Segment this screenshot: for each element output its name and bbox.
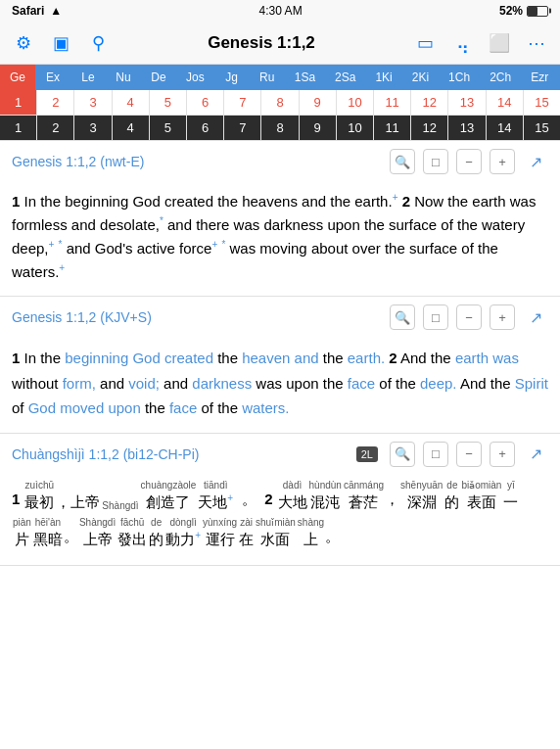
chapter-5-dark[interactable]: 5: [150, 116, 187, 140]
carrier-text: Safari: [12, 4, 44, 18]
cn-v2-w5: de 的: [444, 479, 459, 512]
chapter-1-red[interactable]: 1: [0, 90, 37, 115]
chapter-15-red[interactable]: 15: [524, 90, 560, 115]
tab-jg[interactable]: Jg: [214, 65, 250, 90]
kjv-v2-hl4: darkness: [192, 375, 252, 392]
tab-1ch[interactable]: 1Ch: [439, 65, 480, 90]
layers-icon[interactable]: ⬜: [488, 31, 511, 55]
chapter-6-dark[interactable]: 6: [187, 116, 224, 140]
tab-2sa[interactable]: 2Sa: [325, 65, 365, 90]
cn-v2-w4: shēnyuān 深淵: [400, 479, 443, 512]
cn-v2-w2: hùndùn 混沌: [309, 479, 342, 512]
more-icon[interactable]: ⋯: [525, 31, 548, 55]
chapter-8-dark[interactable]: 8: [261, 116, 299, 140]
cn-v1-comma: ，上帝: [56, 492, 100, 512]
cn-v2-w7: yī 一: [503, 479, 518, 512]
cn-v1-w3: chuàngzàole 創造了: [141, 479, 197, 512]
nwt-v2-sup6: +: [59, 262, 65, 273]
tab-1ki[interactable]: 1Ki: [365, 65, 401, 90]
chapter-2-dark[interactable]: 2: [37, 116, 74, 140]
search-icon[interactable]: ⚲: [86, 31, 110, 55]
nwt-minus-icon[interactable]: −: [456, 149, 482, 174]
cn-comment-icon[interactable]: □: [423, 442, 448, 467]
tab-ex[interactable]: Ex: [35, 65, 70, 90]
nwt-v2-sup2: +: [49, 239, 55, 250]
kjv-v1-num: 1: [12, 350, 20, 366]
chapter-5-red[interactable]: 5: [150, 90, 187, 115]
cn-v2-w3: cānmáng 蒼茫: [344, 479, 384, 512]
cn-search-icon[interactable]: 🔍: [390, 442, 415, 467]
kjv-comment-icon[interactable]: □: [423, 304, 448, 330]
settings-icon[interactable]: ⚙: [12, 31, 35, 55]
chapter-15-dark[interactable]: 15: [524, 116, 560, 140]
tab-ezr[interactable]: Ezr: [521, 65, 558, 90]
chapter-10-red[interactable]: 10: [337, 90, 374, 115]
chapter-4-dark[interactable]: 4: [113, 116, 150, 140]
chapter-7-red[interactable]: 7: [224, 90, 261, 115]
tab-2ch[interactable]: 2Ch: [480, 65, 521, 90]
bookmark-icon[interactable]: ⢤: [450, 31, 474, 55]
chapter-row-red: 1 2 3 4 5 6 7 8 9 10 11 12 13 14 15: [0, 90, 560, 116]
cn-v2b-sep: 。: [64, 523, 78, 549]
display-icon[interactable]: ▭: [413, 31, 437, 55]
chapter-13-dark[interactable]: 13: [448, 116, 486, 140]
kjv-v2-hl3: void;: [128, 375, 160, 392]
kjv-plus-icon[interactable]: +: [490, 304, 515, 330]
chapter-2-red[interactable]: 2: [37, 90, 74, 115]
cn-minus-icon[interactable]: −: [456, 442, 482, 467]
chapter-6-red[interactable]: 6: [187, 90, 224, 115]
chapter-13-red[interactable]: 13: [448, 90, 486, 115]
chapter-11-dark[interactable]: 11: [374, 116, 411, 140]
nav-left-icons: ⚙ ▣ ⚲: [12, 31, 110, 55]
tab-ru[interactable]: Ru: [250, 65, 285, 90]
tab-nu[interactable]: Nu: [106, 65, 141, 90]
kjv-v2-hl6: deep.: [420, 375, 457, 392]
chapter-9-dark[interactable]: 9: [300, 116, 337, 140]
cn-v2b-w5: de 的: [149, 516, 163, 549]
nwt-comment-icon[interactable]: □: [423, 149, 448, 174]
nwt-v1-num: 1: [12, 193, 20, 210]
chapter-9-red[interactable]: 9: [300, 90, 337, 115]
chapter-7-dark[interactable]: 7: [224, 116, 261, 140]
chapter-10-dark[interactable]: 10: [337, 116, 374, 140]
kjv-search-icon[interactable]: 🔍: [390, 304, 415, 330]
chapter-12-dark[interactable]: 12: [411, 116, 448, 140]
kjv-v2-hl1: earth was: [455, 350, 519, 366]
kjv-expand-icon[interactable]: ↗: [523, 304, 548, 330]
tab-le[interactable]: Le: [70, 65, 106, 90]
tab-2ki[interactable]: 2Ki: [402, 65, 439, 90]
chapter-3-dark[interactable]: 3: [74, 116, 112, 140]
book-icon[interactable]: ▣: [49, 31, 72, 55]
chapter-3-red[interactable]: 3: [74, 90, 112, 115]
kjv-minus-icon[interactable]: −: [456, 304, 482, 330]
chapter-14-dark[interactable]: 14: [487, 116, 524, 140]
chapter-11-red[interactable]: 11: [374, 90, 411, 115]
kjv-title: Genesis 1:1,2 (KJV+S): [12, 309, 152, 325]
tab-de[interactable]: De: [141, 65, 176, 90]
tab-ge[interactable]: Ge: [0, 65, 35, 90]
nwt-v2-sup3: *: [59, 239, 63, 250]
chapter-12-red[interactable]: 12: [411, 90, 448, 115]
cn-plus-icon[interactable]: +: [490, 442, 515, 467]
chapter-8-red[interactable]: 8: [261, 90, 299, 115]
nwt-plus-icon[interactable]: +: [490, 149, 515, 174]
cn-v2b-end: 。: [325, 523, 340, 549]
nwt-search-icon[interactable]: 🔍: [390, 149, 415, 174]
kjv-v2-hl2: form,: [63, 375, 96, 392]
cn-v1-w4: tiāndì 天地+: [198, 479, 233, 512]
cn-v2b-w3: Shàngdì 上帝: [79, 516, 116, 549]
chapter-14-red[interactable]: 14: [487, 90, 524, 115]
battery-percent: 52%: [499, 4, 523, 18]
chapter-1-dark[interactable]: 1: [0, 116, 37, 140]
tab-jos[interactable]: Jos: [176, 65, 214, 90]
cn-expand-icon[interactable]: ↗: [523, 442, 548, 467]
cn-v2b-w1: piàn 片: [13, 516, 31, 549]
chapter-4-red[interactable]: 4: [113, 90, 150, 115]
nwt-expand-icon[interactable]: ↗: [523, 149, 548, 174]
cn-v2-comma: ，: [385, 486, 399, 512]
nav-right-icons: ▭ ⢤ ⬜ ⋯: [413, 31, 548, 55]
cn-verse1-line: 1 zuìchū 最初 ，上帝 Shàngdì chuàngzàole 創造了 …: [12, 479, 548, 512]
tab-1sa[interactable]: 1Sa: [285, 65, 325, 90]
wifi-icon: ▲: [50, 4, 62, 18]
cn-v2b-w7: yùnxíng 運行: [203, 516, 237, 549]
